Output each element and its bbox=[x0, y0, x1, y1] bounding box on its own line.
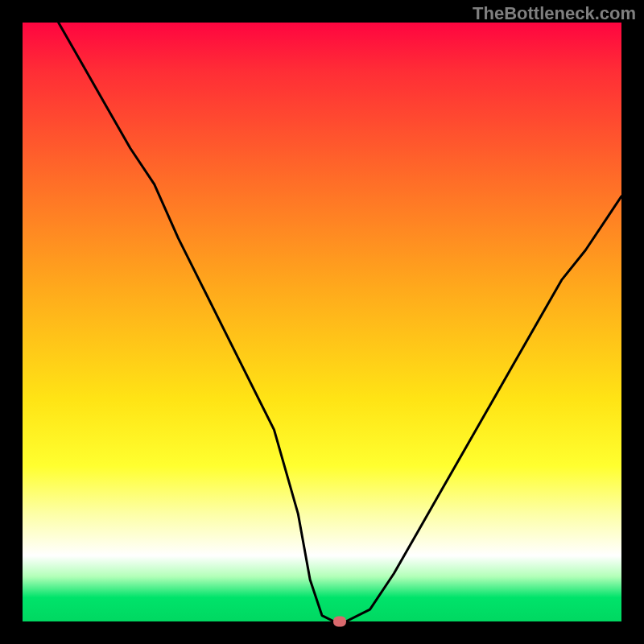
optimal-point-marker bbox=[333, 617, 346, 627]
chart-frame: TheBottleneck.com bbox=[0, 0, 644, 644]
watermark-text: TheBottleneck.com bbox=[473, 3, 636, 24]
plot-area bbox=[23, 23, 621, 621]
bottleneck-curve bbox=[23, 23, 621, 621]
